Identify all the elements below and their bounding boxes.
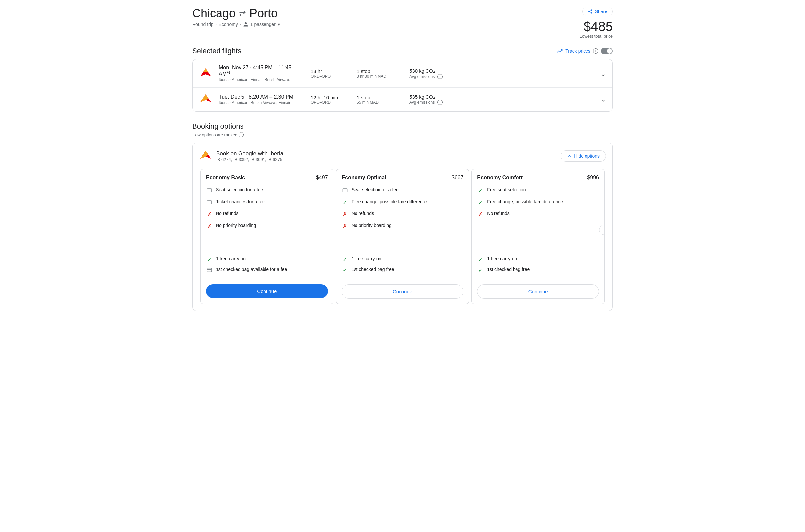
seat-fee-icon	[342, 187, 348, 194]
fare-option-basic: Economy Basic $497 Seat selection for a …	[201, 169, 334, 304]
track-prices-info-icon[interactable]: i	[593, 48, 598, 54]
selected-flights-title: Selected flights	[192, 46, 241, 55]
fare-price: $996	[587, 175, 599, 180]
fare-baggage: ✓ 1 free carry-on ✓ 1st checked bag free	[336, 250, 469, 279]
flight-info: Mon, Nov 27 · 4:45 PM – 11:45 AM+1 Iberi…	[219, 65, 304, 82]
flight-carrier: Iberia · American, British Airways, Finn…	[219, 100, 304, 105]
track-prices-label: Track prices	[565, 48, 591, 54]
fare-continue: Continue	[336, 279, 469, 304]
fare-feature-item: ✓ Free seat selection	[477, 185, 599, 196]
route-title: Chicago ⇄ Porto	[192, 6, 280, 20]
flight-emissions: 530 kg CO₂ Avg emissions i	[409, 68, 594, 79]
check-icon: ✓	[206, 256, 212, 263]
fare-price: $497	[316, 175, 328, 180]
fare-feature-item: ✗ No refunds	[342, 208, 464, 220]
flight-emissions: 535 kg CO₂ Avg emissions i	[409, 94, 594, 105]
fare-feature-item: ✗ No refunds	[206, 208, 328, 220]
booking-card-header: Book on Google with Iberia IB 6274, IB 3…	[199, 149, 606, 163]
booking-ranking-label: How options are ranked i	[192, 132, 613, 137]
continue-button-optimal[interactable]: Continue	[342, 284, 464, 299]
svg-rect-12	[343, 189, 347, 192]
provider-logo	[199, 149, 212, 163]
fare-name: Economy Comfort	[477, 175, 523, 180]
flight-time: Tue, Dec 5 · 8:20 AM – 2:30 PM	[219, 94, 304, 100]
passengers-dropdown-icon[interactable]: ▾	[278, 22, 280, 27]
fare-continue: Continue	[472, 279, 604, 304]
provider-flights: IB 6274, IB 3092, IB 3091, IB 6275	[216, 157, 283, 162]
trip-details: Round trip · Economy · 1 passenger ▾	[192, 22, 280, 27]
fare-baggage-item: ✓ 1st checked bag free	[342, 265, 464, 275]
flight-time: Mon, Nov 27 · 4:45 PM – 11:45 AM+1	[219, 65, 304, 77]
fare-feature-item: Seat selection for a fee	[206, 185, 328, 196]
fare-features: Seat selection for a fee ✓ Free change, …	[336, 185, 469, 250]
booking-provider: Book on Google with Iberia IB 6274, IB 3…	[199, 149, 283, 163]
selected-flights-header: Selected flights Track prices i	[192, 46, 613, 55]
cross-icon: ✗	[206, 211, 212, 217]
flight-stops: 1 stop 55 min MAD	[357, 95, 403, 105]
fare-header: Economy Comfort $996	[472, 169, 604, 185]
cross-icon: ✗	[206, 223, 212, 229]
chevron-up-icon	[567, 153, 572, 158]
fare-baggage-item: ✓ 1 free carry-on	[477, 254, 599, 265]
fare-header: Economy Basic $497	[201, 169, 333, 185]
airline-logo	[199, 67, 212, 80]
flight-row: Tue, Dec 5 · 8:20 AM – 2:30 PM Iberia · …	[192, 87, 613, 111]
cross-icon: ✗	[477, 211, 484, 217]
check-icon: ✓	[477, 256, 484, 263]
lowest-price-label: Lowest total price	[580, 34, 613, 39]
fare-header: Economy Optimal $667	[336, 169, 469, 185]
cross-icon: ✗	[342, 211, 348, 217]
svg-rect-8	[207, 201, 211, 204]
check-icon: ✓	[477, 187, 484, 194]
destination-city: Porto	[249, 6, 278, 20]
share-icon	[588, 9, 593, 14]
route-arrow: ⇄	[239, 8, 246, 19]
fare-option-optimal: Economy Optimal $667 Seat selection for …	[336, 169, 469, 304]
check-icon: ✓	[477, 199, 484, 206]
passenger-icon	[243, 22, 248, 27]
fare-option-comfort: Economy Comfort $996 ✓ Free seat selecti…	[471, 169, 604, 304]
fare-name: Economy Basic	[206, 175, 245, 180]
svg-rect-6	[207, 189, 211, 192]
fare-baggage: ✓ 1 free carry-on ✓ 1st checked bag free	[472, 250, 604, 279]
airline-logo	[199, 93, 212, 106]
continue-button-basic[interactable]: Continue	[206, 284, 328, 298]
emissions-info-icon[interactable]: i	[437, 100, 443, 105]
check-icon: ✓	[342, 256, 348, 263]
fare-feature-item: Ticket changes for a fee	[206, 196, 328, 208]
fare-features: Seat selection for a fee Ticket changes …	[201, 185, 333, 250]
fare-baggage-item: ✓ 1 free carry-on	[206, 254, 328, 265]
fare-feature-item: ✗ No refunds	[477, 208, 599, 220]
flight-info: Tue, Dec 5 · 8:20 AM – 2:30 PM Iberia · …	[219, 94, 304, 105]
fare-name: Economy Optimal	[342, 175, 387, 180]
svg-marker-5	[201, 151, 208, 158]
track-prices-control[interactable]: Track prices i	[556, 48, 613, 54]
share-button[interactable]: Share	[582, 6, 613, 16]
seat-fee-icon	[206, 187, 212, 194]
svg-rect-10	[207, 268, 211, 272]
fare-price: $667	[452, 175, 464, 180]
flight-row: Mon, Nov 27 · 4:45 PM – 11:45 AM+1 Iberi…	[192, 59, 613, 87]
flight-stops: 1 stop 3 hr 30 min MAD	[357, 68, 403, 78]
fare-feature-item: Seat selection for a fee	[342, 185, 464, 196]
fare-baggage-item: ✓ 1 free carry-on	[342, 254, 464, 265]
track-prices-toggle[interactable]	[601, 48, 613, 54]
flight-expand-icon[interactable]: ⌄	[600, 96, 606, 103]
flight-expand-icon[interactable]: ⌄	[600, 70, 606, 77]
flight-carrier: Iberia · American, Finnair, British Airw…	[219, 77, 304, 82]
booking-card: Book on Google with Iberia IB 6274, IB 3…	[192, 142, 613, 311]
fare-baggage: ✓ 1 free carry-on 1st checked bag availa…	[201, 250, 333, 279]
origin-city: Chicago	[192, 6, 236, 20]
continue-button-comfort[interactable]: Continue	[477, 284, 599, 299]
flight-duration: 12 hr 10 min OPO–ORD	[311, 95, 350, 105]
fare-options-grid: Economy Basic $497 Seat selection for a …	[199, 169, 606, 304]
fare-feature-item: ✓ Free change, possible fare difference	[477, 196, 599, 208]
booking-options-title: Booking options	[192, 122, 613, 131]
check-icon: ✓	[477, 267, 484, 273]
ranking-info-icon[interactable]: i	[239, 132, 244, 137]
total-price: $485	[580, 19, 613, 34]
fare-baggage-item: ✓ 1st checked bag free	[477, 265, 599, 275]
fare-feature-item: ✗ No priority boarding	[342, 220, 464, 232]
emissions-info-icon[interactable]: i	[437, 74, 443, 79]
hide-options-button[interactable]: Hide options	[561, 150, 606, 162]
